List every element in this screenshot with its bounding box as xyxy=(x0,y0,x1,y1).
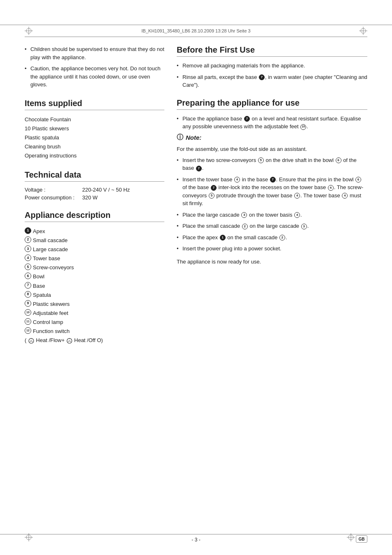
item-1: 10 Plastic skewers xyxy=(25,124,164,133)
ref-base-badge: 7 xyxy=(259,74,265,80)
ref-6a: 6 xyxy=(336,157,341,163)
appliance-text-9: Adjustable feet xyxy=(33,309,68,318)
ref-5a: 5 xyxy=(258,157,264,163)
right-crosshair-icon xyxy=(359,27,367,35)
appliance-text-0: Apex xyxy=(33,227,45,236)
items-supplied-title: Items supplied xyxy=(25,99,164,110)
page-number: - 3 - xyxy=(191,537,200,543)
item-0: Chocolate Fountain xyxy=(25,115,164,124)
badge-5: 5 xyxy=(25,264,31,270)
badge-11: 11 xyxy=(25,318,31,325)
ref-7c: 7 xyxy=(270,177,276,183)
ref-6b: 6 xyxy=(355,177,361,183)
appliance-item-3: 4 Tower base xyxy=(25,254,164,263)
before-first-use-title: Before the First Use xyxy=(177,45,367,57)
ref-4e: 4 xyxy=(294,212,300,218)
note-text: For the assembly, use the fold-out side … xyxy=(177,146,367,152)
badge-9: 9 xyxy=(25,300,31,307)
intro-bullets-list: Children should be supervised to ensure … xyxy=(25,45,164,89)
tech-label-1: Power consumption : xyxy=(25,194,78,201)
gb-badge: GB xyxy=(356,535,367,543)
technical-data-section: Technical data Voltage : 220-240 V / ~ 5… xyxy=(25,170,164,201)
appliance-item-7: 8 Spatula xyxy=(25,291,164,300)
appliance-item-5: 6 Bowl xyxy=(25,272,164,281)
items-supplied-list: Chocolate Fountain 10 Plastic skewers Pl… xyxy=(25,115,164,160)
info-icon: ⓘ xyxy=(177,133,183,142)
preparing-intro: Place the appliance base 7 on a level an… xyxy=(177,115,367,131)
appliance-text-4: Screw-conveyors xyxy=(33,263,74,272)
prep-bullet-0: Insert the two screw-conveyors 5 on the … xyxy=(177,156,367,172)
heat-off-icon xyxy=(66,338,73,344)
badge-12: 12 xyxy=(25,327,31,334)
badge-10: 10 xyxy=(25,309,31,316)
appliance-description-title: Appliance description xyxy=(25,210,164,222)
appliance-item-4: 5 Screw-conveyors xyxy=(25,263,164,272)
tech-value-0: 220-240 V / ~ 50 Hz xyxy=(82,187,130,193)
badge-6: 6 xyxy=(25,273,31,279)
ref-4d: 4 xyxy=(342,193,348,199)
appliance-item-11: 12 Function switch xyxy=(25,327,164,336)
technical-data-title: Technical data xyxy=(25,170,164,182)
ref-2a: 2 xyxy=(242,224,248,229)
before-first-use-bullets: Remove all packaging materials from the … xyxy=(177,62,367,89)
ref-4b: 4 xyxy=(328,185,334,191)
appliance-ready-text: The appliance is now ready for use. xyxy=(177,259,367,265)
appliance-text-1: Small cascade xyxy=(33,236,68,245)
right-column: Before the First Use Remove all packagin… xyxy=(177,45,367,522)
page: IB_KH1091_35480_LB6 28.10.2009 13:28 Uhr… xyxy=(0,0,392,555)
appliance-text-10: Control lamp xyxy=(33,318,63,327)
heat-flow-icon xyxy=(28,338,35,344)
bottom-right-crosshair xyxy=(347,533,355,543)
note-label: Note: xyxy=(186,134,201,141)
bottom-left-crosshair xyxy=(25,533,33,543)
before-first-use-section: Before the First Use Remove all packagin… xyxy=(177,45,367,89)
footer: - 3 - GB xyxy=(25,534,367,543)
ref-1a: 1 xyxy=(220,235,226,240)
ref-5b: 5 xyxy=(209,193,214,199)
prep-bullet-2: Place the large cascade 3 on the tower b… xyxy=(177,211,367,219)
doc-info: IB_KH1091_35480_LB6 28.10.2009 13:28 Uhr… xyxy=(33,28,359,33)
tech-value-1: 320 W xyxy=(82,194,98,201)
ref-4a: 4 xyxy=(234,177,240,183)
badge-8: 8 xyxy=(25,291,31,298)
main-content: Children should be supervised to ensure … xyxy=(25,45,367,522)
badge-1: 1 xyxy=(25,227,31,234)
appliance-item-8: 9 Plastic skewers xyxy=(25,300,164,309)
items-supplied-section: Items supplied Chocolate Fountain 10 Pla… xyxy=(25,99,164,160)
badge-2: 2 xyxy=(25,236,31,243)
tech-label-0: Voltage : xyxy=(25,187,78,193)
appliance-item-9: 10 Adjustable feet xyxy=(25,309,164,318)
intro-bullet-1: Children should be supervised to ensure … xyxy=(25,45,164,61)
intro-bullet-2: Caution, the appliance becomes very hot.… xyxy=(25,65,164,89)
appliance-text-7: Spatula xyxy=(33,291,51,300)
prep-bullet-1: Insert the tower base 4 in the base 7. E… xyxy=(177,176,367,208)
prep-bullet-3: Place the small cascade 2 on the large c… xyxy=(177,222,367,230)
appliance-item-2: 3 Large cascade xyxy=(25,245,164,254)
func-switch-symbol: ( Heat /Flow+ Heat /Off O) xyxy=(25,336,103,345)
preparing-section: Preparing the appliance for use Place th… xyxy=(177,98,367,265)
before-bullet-0: Remove all packaging materials from the … xyxy=(177,62,367,70)
tech-table: Voltage : 220-240 V / ~ 50 Hz Power cons… xyxy=(25,187,164,201)
ref-2b: 2 xyxy=(279,235,285,240)
appliance-text-3: Tower base xyxy=(33,254,60,263)
appliance-text-11: Function switch xyxy=(33,327,70,336)
item-4: Operating instructions xyxy=(25,151,164,160)
appliance-text-8: Plastic skewers xyxy=(33,300,70,309)
ref-3a: 3 xyxy=(241,212,247,218)
preparing-title: Preparing the appliance for use xyxy=(177,98,367,110)
item-3: Cleaning brush xyxy=(25,142,164,151)
appliance-text-2: Large cascade xyxy=(33,245,68,254)
note-box: ⓘ Note: xyxy=(177,134,367,142)
appliance-list: 1 Apex 2 Small cascade 3 Large cascade 4… xyxy=(25,227,164,345)
preparing-bullets: Insert the two screw-conveyors 5 on the … xyxy=(177,156,367,253)
ref-3b: 3 xyxy=(301,224,307,229)
item-2: Plastic spatula xyxy=(25,133,164,142)
prep-bullet-4: Place the apex 1 on the small cascade 2. xyxy=(177,234,367,242)
ref-7d: 7 xyxy=(211,185,217,191)
preparing-bullet-intro: Place the appliance base 7 on a level an… xyxy=(177,115,367,131)
appliance-text-5: Bowl xyxy=(33,272,44,281)
appliance-item-12: ( Heat /Flow+ Heat /Off O) xyxy=(25,336,164,345)
appliance-item-10: 11 Control lamp xyxy=(25,318,164,327)
ref-7a: 7 xyxy=(244,116,250,122)
badge-7: 7 xyxy=(25,282,31,289)
